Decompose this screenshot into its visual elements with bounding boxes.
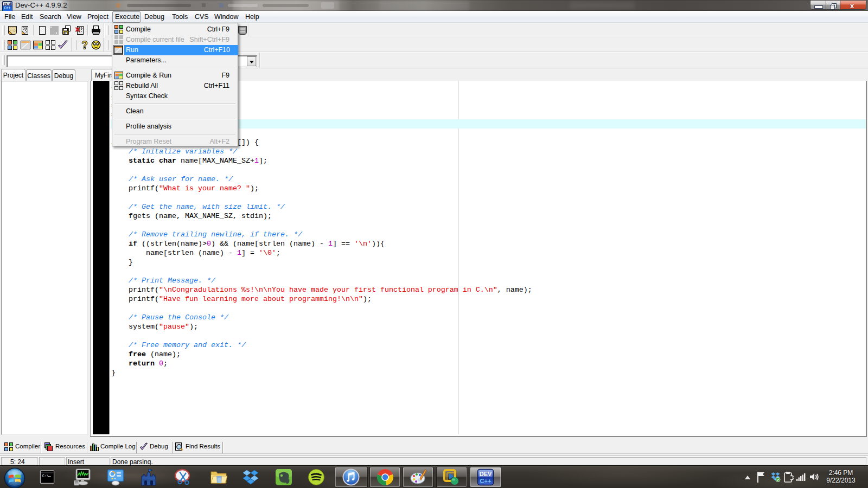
- svg-text:C++: C++: [480, 478, 492, 484]
- svg-text:C:\: C:\: [42, 474, 49, 478]
- svg-text:DEV: DEV: [480, 471, 492, 477]
